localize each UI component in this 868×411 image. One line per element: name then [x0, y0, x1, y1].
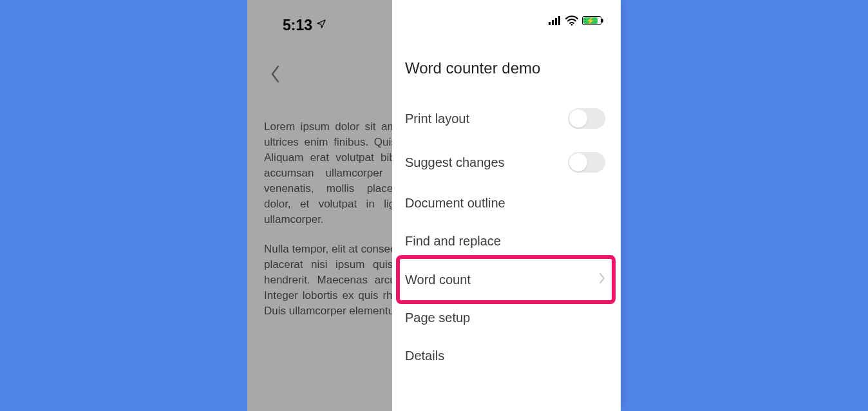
document-paragraph: Nulla tempor, elit at consectetur gravid… [264, 242, 392, 319]
menu-item-label: Details [405, 349, 444, 363]
status-time: 5:13 [283, 17, 312, 34]
menu-item-label: Find and replace [405, 234, 501, 249]
menu-item-word-count-wrapper: Word count [392, 260, 621, 299]
menu-item-details[interactable]: Details [392, 337, 621, 363]
wifi-icon [565, 15, 578, 26]
document-background: 5:13 Lorem ipsum dolor sit amet. Etiam u… [247, 0, 392, 411]
menu-list: Print layout Suggest changes Document ou… [392, 97, 621, 363]
panel-title: Word counter demo [392, 59, 621, 97]
menu-item-label: Word count [405, 272, 471, 287]
menu-item-print-layout[interactable]: Print layout [392, 97, 621, 140]
menu-item-word-count[interactable]: Word count [392, 260, 621, 299]
svg-point-0 [571, 24, 573, 26]
menu-item-label: Page setup [405, 311, 470, 325]
status-bar-right: ⚡ [549, 15, 601, 26]
chevron-right-icon [599, 272, 605, 287]
menu-item-label: Document outline [405, 196, 505, 211]
battery-charging-icon: ⚡ [582, 16, 601, 25]
menu-item-label: Print layout [405, 111, 469, 126]
menu-item-document-outline[interactable]: Document outline [392, 184, 621, 222]
menu-item-page-setup[interactable]: Page setup [392, 299, 621, 337]
phone-screenshot: 5:13 Lorem ipsum dolor sit amet. Etiam u… [247, 0, 621, 411]
document-paragraph: Lorem ipsum dolor sit amet. Etiam ut ult… [264, 119, 392, 227]
location-arrow-icon [316, 19, 326, 32]
overflow-menu-panel: ⚡ Word counter demo Print layout Suggest… [392, 0, 621, 411]
print-layout-toggle[interactable] [568, 108, 605, 129]
suggest-changes-toggle[interactable] [568, 152, 605, 173]
menu-item-label: Suggest changes [405, 155, 505, 170]
cell-bars-icon [549, 16, 561, 25]
back-button[interactable] [270, 64, 281, 88]
menu-item-find-and-replace[interactable]: Find and replace [392, 222, 621, 260]
document-body: Lorem ipsum dolor sit amet. Etiam ut ult… [264, 119, 392, 333]
menu-item-suggest-changes[interactable]: Suggest changes [392, 140, 621, 184]
status-bar-left: 5:13 [283, 17, 326, 34]
